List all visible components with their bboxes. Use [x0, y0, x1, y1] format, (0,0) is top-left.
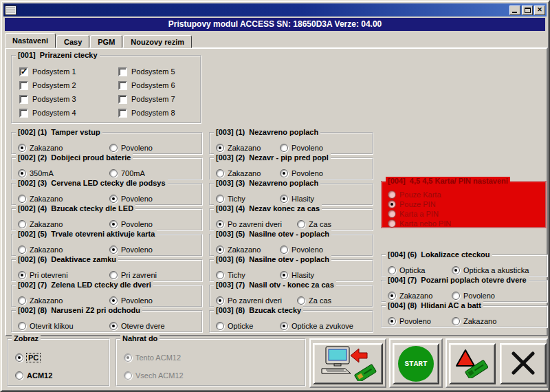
tab-pgm[interactable]: PGM [90, 35, 122, 48]
group-002-5: [002] (5) Trvale otevreni aktivuje karta… [11, 234, 203, 257]
radio-icon [297, 296, 305, 305]
warning-card-compare-icon [455, 348, 490, 380]
radio-option[interactable]: Pouze Karta [388, 190, 441, 199]
radio-icon [15, 353, 23, 362]
radio-option[interactable]: Zakazano [216, 246, 280, 254]
checkbox-podsystem-4[interactable]: Podsystem 4 [19, 106, 76, 120]
radio-icon [280, 144, 288, 152]
checkbox-column-2: Podsystem 5 Podsystem 6 Podsystem 7 Pods… [118, 65, 175, 120]
radio-icon [216, 271, 224, 279]
access-module-window: ✕ Pristupovy modul ACCESS SN: 18650D3A V… [0, 0, 550, 392]
radio-option[interactable]: Povoleno [109, 296, 153, 305]
radio-option[interactable]: Pri otevreni [18, 271, 109, 279]
checkbox-podsystem-6[interactable]: Podsystem 6 [118, 78, 175, 92]
read-from-module-button[interactable] [313, 343, 383, 384]
radio-option[interactable]: Po zavreni dveri [216, 296, 297, 305]
group-title: [004] (8) Hlidani AC a batt [386, 301, 483, 310]
group-003-2: [003] (2) Nezavr - pip pred popl Zakazan… [209, 157, 373, 180]
group-title: [001] Prirazeni ctecky [16, 51, 100, 60]
radio-option[interactable]: 700mA [109, 169, 145, 177]
minimize-button[interactable] [509, 6, 520, 15]
close-window-button[interactable]: ✕ [534, 6, 545, 15]
radio-option[interactable]: Zakazano [18, 195, 109, 203]
radio-icon [18, 220, 26, 228]
radio-option[interactable]: Povoleno [280, 246, 323, 254]
radio-option[interactable]: Zakazano [216, 169, 280, 177]
radio-icon [388, 190, 396, 199]
radio-option[interactable]: Zakazano [18, 220, 109, 228]
tab-nouzovy-rezim[interactable]: Nouzovy rezim [123, 35, 192, 48]
radio-option[interactable]: Opticka a akusticka [452, 266, 529, 274]
radio-option[interactable]: Povoleno [109, 195, 153, 203]
start-button[interactable]: START [393, 343, 439, 384]
radio-option[interactable]: Povoleno [280, 169, 323, 177]
group-title: [003] (6) Nasilne otev - poplach [214, 255, 331, 264]
radio-option[interactable]: Opticka [388, 266, 452, 274]
checkbox-podsystem-2[interactable]: Podsystem 2 [19, 78, 76, 92]
radio-option[interactable]: Karta a PIN [388, 210, 439, 218]
radio-option[interactable]: Tichy [216, 271, 280, 279]
radio-option[interactable]: Zakazano [18, 296, 109, 305]
titlebar[interactable]: ✕ [3, 3, 547, 17]
radio-option[interactable]: Pri zavreni [109, 271, 157, 279]
radio-option[interactable]: Otevre dvere [109, 322, 165, 330]
module-banner: Pristupovy modul ACCESS SN: 18650D3A Ver… [5, 18, 545, 31]
radio-option[interactable]: Povoleno [109, 246, 153, 254]
radio-option[interactable]: Povoleno [452, 292, 495, 300]
radio-option[interactable]: Zakazano [452, 317, 496, 325]
maximize-icon [525, 8, 531, 13]
radio-option[interactable]: Opticke a zvukove [280, 322, 353, 330]
radio-option[interactable]: Otevrit klikou [18, 322, 109, 330]
group-003-3: [003] (3) Nezavreno poplach TichyHlasity [209, 183, 373, 206]
radio-option[interactable]: Hlasity [280, 271, 314, 279]
radio-option[interactable]: Karta nebo PIN [388, 219, 451, 228]
radio-option[interactable]: Tichy [216, 195, 280, 203]
compare-button[interactable] [449, 343, 496, 384]
group-title: [002] (7) Zelena LED ctecky dle dveri [16, 281, 153, 290]
group-003-6: [003] (6) Nasilne otev - poplach TichyHl… [209, 259, 373, 282]
radio-option[interactable]: Pouze PIN [388, 200, 436, 208]
checkbox-podsystem-5[interactable]: Podsystem 5 [118, 65, 175, 78]
checkbox-icon [118, 81, 127, 90]
radio-option[interactable]: Zakazano [216, 144, 280, 152]
radio-option-tento-acm12[interactable]: Tento ACM12 [124, 353, 181, 362]
radio-icon [388, 200, 396, 208]
radio-option[interactable]: Po zavreni dveri [216, 220, 297, 228]
radio-icon [216, 169, 224, 177]
radio-option[interactable]: Zakazano [388, 292, 452, 300]
close-dialog-button[interactable] [500, 343, 547, 384]
group-002-2: [002] (2) Dobijeci proud baterie 350mA70… [11, 157, 203, 180]
group-004-8: [004] (8) Hlidani AC a batt PovolenoZaka… [381, 305, 548, 328]
radio-icon [388, 292, 396, 300]
radio-option[interactable]: Za cas [297, 296, 331, 305]
checkbox-podsystem-1[interactable]: Podsystem 1 [19, 65, 76, 78]
radio-icon [109, 296, 118, 305]
checkbox-icon [118, 67, 127, 76]
checkbox-podsystem-7[interactable]: Podsystem 7 [118, 92, 175, 106]
radio-icon [109, 322, 118, 330]
radio-icon [18, 246, 26, 254]
checkbox-podsystem-3[interactable]: Podsystem 3 [19, 92, 76, 106]
radio-option[interactable]: Povoleno [109, 144, 153, 152]
group-title: [003] (1) Nezavreno poplach [214, 128, 320, 137]
radio-option-pc[interactable]: PC [15, 353, 40, 362]
radio-option[interactable]: Zakazano [18, 144, 109, 152]
radio-option[interactable]: Povoleno [280, 144, 323, 152]
checkbox-icon [19, 109, 28, 118]
radio-option[interactable]: Povoleno [109, 220, 153, 228]
radio-option[interactable]: Povoleno [388, 317, 452, 325]
group-003-8: [003] (8) Bzucak ctecky OptickeOpticke a… [209, 310, 373, 333]
checkbox-icon [19, 81, 28, 90]
radio-option[interactable]: Zakazano [18, 246, 109, 254]
radio-option[interactable]: 350mA [18, 169, 109, 177]
radio-option[interactable]: Hlasity [280, 195, 314, 203]
tab-casy[interactable]: Casy [56, 35, 89, 48]
radio-option-vsech-acm12[interactable]: Vsech ACM12 [124, 371, 184, 380]
radio-option-acm12[interactable]: ACM12 [15, 371, 52, 380]
radio-option[interactable]: Za cas [297, 220, 331, 228]
tab-nastaveni[interactable]: Nastaveni [5, 33, 56, 48]
checkbox-podsystem-8[interactable]: Podsystem 8 [118, 106, 175, 120]
radio-option[interactable]: Opticke [216, 322, 280, 330]
maximize-button[interactable] [522, 6, 533, 15]
group-title: [002] (1) Tamper vstup [16, 128, 102, 137]
